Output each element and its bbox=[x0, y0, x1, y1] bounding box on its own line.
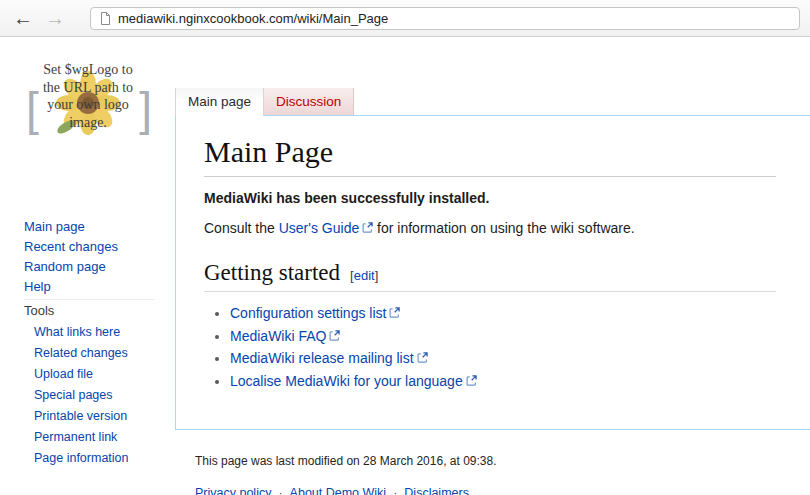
tools-link-related-changes[interactable]: Related changes bbox=[34, 346, 128, 360]
address-bar[interactable]: mediawiki.nginxcookbook.com/wiki/Main_Pa… bbox=[90, 7, 800, 30]
getting-started-link-configuration-settings[interactable]: Configuration settings list bbox=[230, 305, 400, 321]
tools-item-upload-file[interactable]: Upload file bbox=[34, 363, 129, 384]
article-content: Main Page MediaWiki has been successfull… bbox=[175, 115, 810, 430]
footer-link-privacy-policy[interactable]: Privacy policy bbox=[195, 486, 271, 495]
logo-bracket-right-icon: ] bbox=[139, 79, 152, 139]
installed-message: MediaWiki has been successfully installe… bbox=[204, 190, 776, 206]
link-label: MediaWiki FAQ bbox=[230, 328, 326, 344]
tools-link-upload-file[interactable]: Upload file bbox=[34, 367, 93, 381]
sidebar-navigation: Main page Recent changes Random page Hel… bbox=[24, 216, 118, 296]
sidebar-link-recent-changes[interactable]: Recent changes bbox=[24, 239, 118, 254]
url-text: mediawiki.nginxcookbook.com/wiki/Main_Pa… bbox=[118, 11, 388, 26]
tab-main-page[interactable]: Main page bbox=[175, 88, 264, 116]
sidebar-link-main-page[interactable]: Main page bbox=[24, 219, 85, 234]
getting-started-link-faq[interactable]: MediaWiki FAQ bbox=[230, 328, 340, 344]
page-tabs: Main page Discussion bbox=[175, 88, 354, 116]
wiki-page: [ ] Set $wgLogo to the URL path to your … bbox=[0, 37, 810, 495]
external-link-icon bbox=[329, 330, 340, 341]
sidebar-item-main-page[interactable]: Main page bbox=[24, 216, 118, 236]
consult-suffix: for information on using the wiki softwa… bbox=[373, 220, 634, 236]
consult-prefix: Consult the bbox=[204, 220, 279, 236]
getting-started-link-mailing-list[interactable]: MediaWiki release mailing list bbox=[230, 350, 428, 366]
sidebar-link-help[interactable]: Help bbox=[24, 279, 51, 294]
tools-item-related-changes[interactable]: Related changes bbox=[34, 342, 129, 363]
tools-item-special-pages[interactable]: Special pages bbox=[34, 384, 129, 405]
tools-link-what-links-here[interactable]: What links here bbox=[34, 325, 120, 339]
edit-link[interactable]: edit bbox=[354, 268, 375, 283]
external-link-icon bbox=[362, 222, 373, 233]
users-guide-link-label: User's Guide bbox=[279, 220, 359, 236]
sidebar-item-help[interactable]: Help bbox=[24, 276, 118, 296]
tools-link-permanent-link[interactable]: Permanent link bbox=[34, 430, 117, 444]
sidebar-item-recent-changes[interactable]: Recent changes bbox=[24, 236, 118, 256]
edit-bracket-close: ] bbox=[375, 268, 379, 283]
logo-alt-text: Set $wgLogo to the URL path to your own … bbox=[42, 61, 134, 131]
getting-started-heading: Getting started[edit] bbox=[204, 260, 776, 292]
sidebar-item-random-page[interactable]: Random page bbox=[24, 256, 118, 276]
screen: ← → mediawiki.nginxcookbook.com/wiki/Mai… bbox=[0, 0, 810, 495]
last-modified-text: This page was last modified on 28 March … bbox=[195, 454, 497, 468]
link-label: Localise MediaWiki for your language bbox=[230, 373, 463, 389]
tools-item-permanent-link[interactable]: Permanent link bbox=[34, 426, 129, 447]
tools-link-special-pages[interactable]: Special pages bbox=[34, 388, 113, 402]
wiki-logo[interactable]: [ ] Set $wgLogo to the URL path to your … bbox=[8, 57, 168, 175]
external-link-icon bbox=[389, 307, 400, 318]
forward-button[interactable]: → bbox=[45, 5, 65, 31]
logo-bracket-left-icon: [ bbox=[26, 79, 39, 139]
link-label: Configuration settings list bbox=[230, 305, 386, 321]
tools-section-header: Tools bbox=[24, 299, 154, 318]
sidebar-tools: What links here Related changes Upload f… bbox=[34, 321, 129, 468]
browser-toolbar: ← → mediawiki.nginxcookbook.com/wiki/Mai… bbox=[0, 0, 810, 37]
footer-links: Privacy policy · About Demo Wiki · Discl… bbox=[195, 486, 469, 495]
tools-item-page-information[interactable]: Page information bbox=[34, 447, 129, 468]
list-item: Configuration settings list bbox=[230, 302, 776, 325]
tools-item-what-links-here[interactable]: What links here bbox=[34, 321, 129, 342]
tools-link-printable-version[interactable]: Printable version bbox=[34, 409, 127, 423]
list-item: MediaWiki FAQ bbox=[230, 325, 776, 348]
page-title: Main Page bbox=[204, 135, 776, 177]
section-title: Getting started bbox=[204, 260, 340, 285]
tools-link-page-information[interactable]: Page information bbox=[34, 451, 129, 465]
link-label: MediaWiki release mailing list bbox=[230, 350, 414, 366]
getting-started-link-localise[interactable]: Localise MediaWiki for your language bbox=[230, 373, 477, 389]
footer-link-about[interactable]: About Demo Wiki bbox=[290, 486, 387, 495]
consult-paragraph: Consult the User's Guide for information… bbox=[204, 220, 776, 236]
list-item: MediaWiki release mailing list bbox=[230, 347, 776, 370]
footer-link-disclaimers[interactable]: Disclaimers bbox=[404, 486, 469, 495]
back-button[interactable]: ← bbox=[13, 5, 33, 31]
footer-separator: · bbox=[278, 486, 282, 495]
users-guide-link[interactable]: User's Guide bbox=[279, 220, 373, 236]
tab-discussion[interactable]: Discussion bbox=[264, 88, 354, 115]
external-link-icon bbox=[466, 375, 477, 386]
list-item: Localise MediaWiki for your language bbox=[230, 370, 776, 393]
tools-item-printable-version[interactable]: Printable version bbox=[34, 405, 129, 426]
page-icon bbox=[100, 12, 111, 25]
sidebar-link-random-page[interactable]: Random page bbox=[24, 259, 106, 274]
external-link-icon bbox=[417, 352, 428, 363]
footer-separator: · bbox=[393, 486, 397, 495]
getting-started-list: Configuration settings list MediaWiki FA… bbox=[230, 302, 776, 392]
edit-section: [edit] bbox=[350, 268, 378, 283]
